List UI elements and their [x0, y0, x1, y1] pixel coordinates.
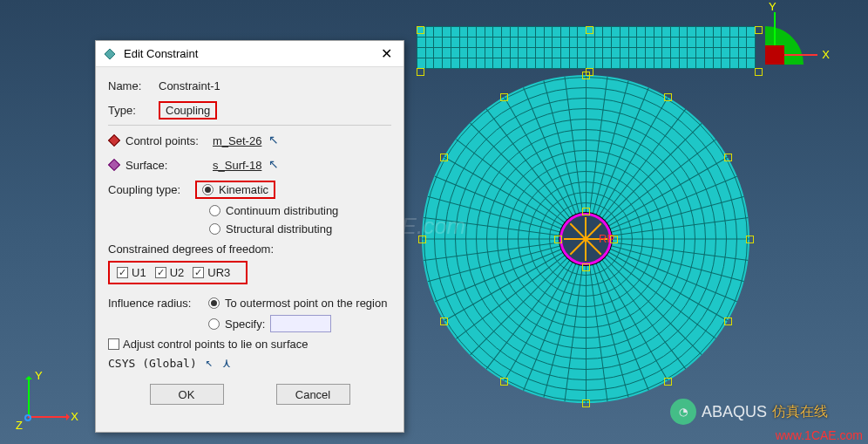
selection-handle[interactable] [440, 154, 448, 161]
view-axis-x: X [822, 48, 830, 61]
cancel-button[interactable]: Cancel [276, 384, 350, 405]
pick-surface-icon[interactable] [268, 159, 281, 171]
coupling-kinematic-highlight: Kinematic [195, 181, 275, 199]
selection-handle[interactable] [582, 208, 590, 215]
selection-handle[interactable] [724, 154, 732, 161]
csys-label: CSYS (Global) [108, 357, 197, 370]
dof-section-label: Constrained degrees of freedom: [108, 242, 391, 256]
software-name: ABAQUS [702, 403, 767, 421]
name-value: Constraint-1 [159, 79, 220, 92]
selection-handle[interactable] [440, 318, 448, 325]
checkbox-u1-label: U1 [132, 266, 146, 279]
checkbox-adjust-label: Adjust control points to lie on surface [123, 338, 308, 351]
site-url: www.1CAE.com [776, 428, 863, 442]
triad-z-label: Z [16, 419, 23, 432]
app-icon [103, 47, 117, 61]
selection-handle[interactable] [755, 68, 763, 76]
checkbox-u2[interactable] [155, 267, 166, 278]
software-badge: ◔ ABAQUS 仿真在线 [670, 399, 828, 425]
radio-structural[interactable] [209, 223, 220, 235]
type-label: Type: [108, 104, 159, 117]
edit-constraint-dialog: Edit Constraint ✕ Name: Constraint-1 Typ… [95, 40, 404, 433]
checkbox-adjust[interactable] [108, 338, 119, 350]
surface-value[interactable]: s_Surf-18 [213, 159, 261, 172]
selection-handle[interactable] [746, 236, 754, 243]
dof-highlight: U1 U2 UR3 [108, 261, 248, 284]
selection-handle[interactable] [582, 72, 590, 79]
radio-continuum-label: Continuum distributing [226, 204, 338, 217]
selection-handle[interactable] [586, 26, 593, 34]
triad-y-label: Y [35, 369, 43, 382]
overlay-text: 仿真在线 [772, 403, 828, 421]
control-points-label: Control points: [125, 134, 213, 147]
radio-kinematic[interactable] [202, 184, 214, 195]
name-label: Name: [108, 79, 159, 92]
radio-kinematic-label: Kinematic [219, 183, 268, 196]
control-points-icon [108, 134, 120, 147]
wechat-icon: ◔ [670, 399, 696, 425]
csys-datum-icon[interactable]: ⋏ [223, 356, 230, 370]
selection-handle[interactable] [554, 236, 562, 243]
checkbox-ur3[interactable] [193, 267, 204, 278]
selection-handle[interactable] [664, 378, 672, 386]
selection-handle[interactable] [755, 26, 763, 34]
type-value-highlight: Coupling [159, 101, 217, 120]
dialog-titlebar[interactable]: Edit Constraint ✕ [96, 41, 403, 67]
type-value: Coupling [166, 104, 210, 117]
selection-handle[interactable] [500, 93, 508, 101]
checkbox-u1[interactable] [117, 267, 128, 278]
selection-handle[interactable] [417, 26, 424, 34]
checkbox-ur3-label: UR3 [207, 266, 230, 279]
ok-button[interactable]: OK [150, 384, 224, 405]
radio-specify-label: Specify: [225, 318, 265, 331]
radio-specify[interactable] [208, 318, 220, 330]
selection-handle[interactable] [610, 236, 618, 243]
pick-control-points-icon[interactable] [268, 134, 281, 147]
triad-x-label: X [71, 410, 78, 423]
selection-handle[interactable] [582, 263, 590, 271]
specify-input[interactable] [270, 315, 331, 332]
circular-mesh: RP [422, 75, 749, 403]
close-button[interactable]: ✕ [369, 41, 403, 67]
coupling-type-label: Coupling type: [108, 183, 195, 196]
radio-outermost-label: To outermost point on the region [225, 297, 387, 310]
radio-continuum[interactable] [209, 205, 220, 216]
influence-label: Influence radius: [108, 297, 208, 310]
svg-marker-0 [105, 49, 115, 59]
model-viewport[interactable]: // draw grid lines via document.write in… [406, 0, 868, 444]
control-points-value[interactable]: m_Set-26 [213, 134, 261, 147]
view-axis-y: Y [769, 0, 776, 13]
dialog-title: Edit Constraint [124, 47, 369, 60]
surface-icon [108, 159, 120, 171]
selection-handle[interactable] [724, 318, 732, 325]
selection-handle[interactable] [500, 378, 508, 386]
selection-handle[interactable] [417, 68, 424, 76]
csys-pick-icon[interactable] [206, 357, 218, 369]
axis-triad[interactable]: Y X Z [16, 369, 77, 430]
radio-outermost[interactable] [208, 297, 220, 309]
selection-handle[interactable] [582, 400, 590, 407]
view-cube[interactable]: Y X [765, 12, 817, 65]
checkbox-u2-label: U2 [170, 266, 185, 279]
radio-structural-label: Structural distributing [226, 222, 332, 236]
selection-handle[interactable] [664, 93, 672, 101]
surface-label: Surface: [125, 159, 213, 172]
